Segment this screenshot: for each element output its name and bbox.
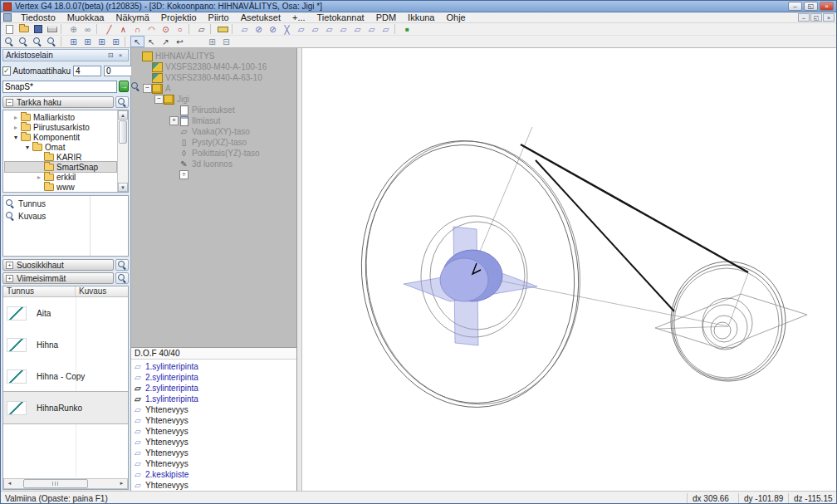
open-file-icon[interactable] — [17, 23, 31, 35]
zoom-window-icon[interactable] — [31, 36, 45, 47]
draw-circle-center-icon[interactable]: ⊙ — [159, 23, 173, 35]
column-header-kuvaus[interactable]: Kuvaus — [76, 286, 128, 296]
separator[interactable] — [61, 24, 65, 34]
draw-circle-icon[interactable]: ○ — [173, 23, 187, 35]
constraint-row[interactable]: Yhtenevyys — [131, 448, 296, 458]
constraint-row[interactable]: 1.sylinteripinta — [131, 394, 296, 404]
scroll-left-icon[interactable]: ◄ — [4, 479, 15, 488]
search-button[interactable] — [130, 81, 141, 92]
search-go-button[interactable]: → — [119, 81, 129, 92]
gap[interactable] — [187, 36, 205, 47]
autosearch-delay-field[interactable] — [73, 66, 101, 76]
tree-item[interactable]: erkkil — [5, 172, 116, 182]
menu-item[interactable]: Näkymä — [110, 12, 154, 23]
menu-item[interactable]: Projektio — [155, 12, 203, 23]
child-close-button[interactable]: × — [823, 13, 835, 22]
measure-icon[interactable] — [216, 23, 230, 35]
separator[interactable] — [125, 37, 129, 46]
menu-item[interactable]: Piirto — [203, 12, 235, 23]
draw-arc-icon[interactable]: ∩ — [130, 23, 144, 35]
dock-remove-icon[interactable]: ⊟ — [219, 36, 233, 47]
select-back-icon[interactable]: ↩ — [173, 36, 187, 47]
expander-icon[interactable] — [12, 134, 20, 141]
result-row[interactable]: HihnaRunko — [3, 392, 128, 423]
child-restore-button[interactable]: ◱ — [810, 13, 822, 22]
clipboard-3-icon[interactable]: ⊞ — [95, 36, 109, 47]
separator[interactable] — [188, 24, 193, 34]
select-chain-icon[interactable]: ↗ — [159, 36, 173, 47]
model-tree-item[interactable]: Jigi — [133, 94, 296, 105]
tree-item[interactable]: Piirustusarkisto — [5, 122, 116, 132]
menu-item[interactable]: Muokkaa — [61, 12, 110, 23]
constraint-row[interactable]: 2.sylinteripinta — [131, 372, 296, 383]
constraint-10-icon[interactable]: ▱ — [365, 23, 379, 35]
menu-item[interactable]: Asetukset — [235, 12, 286, 23]
separator[interactable] — [96, 24, 100, 34]
expander-icon[interactable] — [12, 114, 20, 121]
constraint-row[interactable]: Yhtenevyys — [131, 458, 296, 469]
insert-component-icon[interactable]: ⊕ — [66, 23, 81, 35]
model-tree-item[interactable]: A — [133, 83, 296, 94]
tree-item[interactable]: Komponentit — [5, 132, 116, 142]
constraint-8-icon[interactable]: ▱ — [336, 23, 350, 35]
separator[interactable] — [210, 24, 214, 34]
scroll-right-icon[interactable]: ► — [116, 479, 127, 488]
draw-arc2-icon[interactable]: ◠ — [144, 23, 159, 35]
menu-item[interactable]: PDM — [370, 12, 402, 23]
model-tree-item[interactable]: HIHNAVÄLITYS — [133, 51, 296, 61]
field-search-row[interactable]: Kuvaus — [3, 210, 128, 223]
favorites-header[interactable]: + Suosikkihaut — [2, 259, 114, 271]
constraint-row[interactable]: Yhtenevyys — [131, 415, 296, 426]
viewport-3d[interactable] — [302, 48, 836, 491]
expander-icon[interactable] — [143, 84, 152, 93]
draw-polyline-icon[interactable]: ∧ — [116, 23, 130, 35]
new-file-icon[interactable] — [2, 23, 17, 35]
constraint-row[interactable]: Yhtenevyys — [131, 480, 296, 491]
menu-item[interactable]: Ikkuna — [402, 12, 440, 23]
menu-item[interactable]: Ohje — [441, 12, 472, 23]
zoom-in-icon[interactable] — [2, 36, 17, 47]
constraint-row[interactable]: 1.sylinteripinta — [131, 361, 296, 372]
restore-button[interactable]: ◱ — [804, 2, 818, 11]
select-cursor-icon[interactable]: ↖ — [130, 36, 144, 47]
clipboard-2-icon[interactable]: ⊞ — [81, 36, 95, 47]
autosearch-checkbox[interactable]: ✓ — [2, 66, 11, 76]
field-search-row[interactable]: Tunnus — [3, 198, 128, 210]
status-green-icon[interactable]: ■ — [400, 23, 414, 35]
menu-item[interactable]: Tiedosto — [15, 12, 61, 23]
constraint-row[interactable]: 2.sylinteripinta — [131, 383, 296, 394]
model-tree-item[interactable]: Pysty(XZ)-taso — [133, 137, 296, 148]
expander-icon[interactable] — [12, 124, 20, 131]
clipboard-1-icon[interactable]: ⊞ — [66, 36, 81, 47]
clipboard-4-icon[interactable]: ⊞ — [109, 36, 123, 47]
constraint-2-icon[interactable]: ⊘ — [252, 23, 266, 35]
expander-icon[interactable] — [23, 144, 32, 151]
separator[interactable] — [61, 37, 65, 46]
save-file-icon[interactable] — [31, 23, 45, 35]
tree-item[interactable]: KARIR — [5, 152, 116, 162]
model-tree-item[interactable]: VXSFS2380-M40-A-100-16 — [133, 61, 296, 72]
scroll-down-icon[interactable]: ▼ — [118, 183, 128, 192]
zoom-out-icon[interactable] — [17, 36, 31, 47]
recent-search-button[interactable] — [115, 272, 129, 284]
advanced-search-header[interactable]: − Tarkka haku — [2, 96, 114, 108]
tree-item[interactable]: SmartSnap — [5, 162, 116, 172]
menu-item[interactable]: +... — [286, 12, 311, 23]
tree-item[interactable]: www — [5, 182, 116, 192]
constraint-6-icon[interactable]: ▱ — [308, 23, 322, 35]
select-add-icon[interactable]: ↖ — [144, 36, 159, 47]
constraint-1-icon[interactable]: ▱ — [237, 23, 252, 35]
tree-scrollbar[interactable]: ▲ ▼ — [117, 110, 128, 192]
close-button[interactable]: × — [820, 2, 834, 11]
constraint-7-icon[interactable]: ▱ — [322, 23, 336, 35]
advanced-search-button[interactable] — [115, 96, 129, 108]
pin-icon[interactable]: ⊡ — [105, 51, 115, 60]
model-tree-item[interactable]: Poikittais(YZ)-taso — [133, 148, 296, 159]
draw-line-icon[interactable]: ╱ — [102, 23, 116, 35]
tree-item[interactable]: Omat — [5, 142, 116, 152]
tree-item[interactable]: Vakiot — [5, 192, 116, 193]
model-tree-item[interactable]: 3d luonnos — [133, 159, 296, 169]
favorites-search-button[interactable] — [115, 259, 129, 271]
constraint-row[interactable]: Yhtenevyys — [131, 426, 296, 437]
zoom-previous-icon[interactable] — [45, 36, 59, 47]
